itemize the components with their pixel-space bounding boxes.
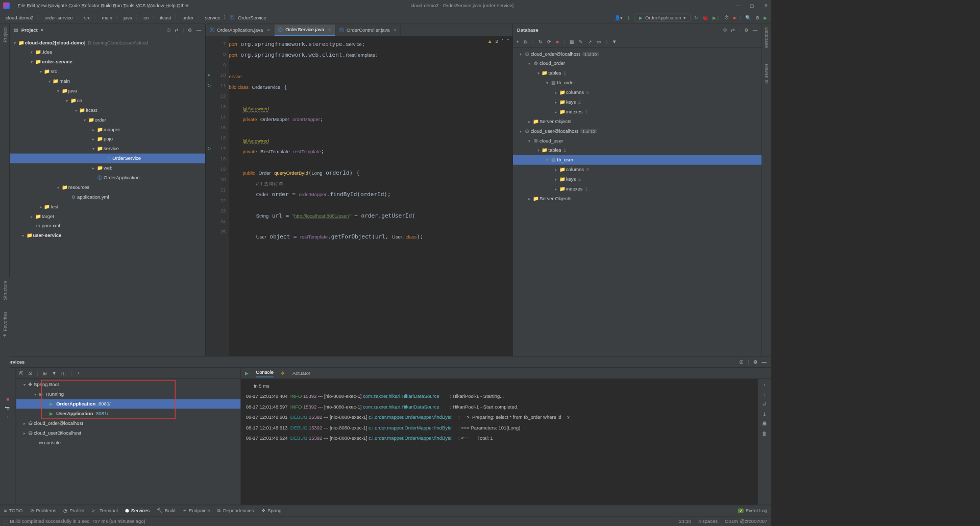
wrap-icon[interactable]: ⏎ [763,401,767,407]
structure-tool-button[interactable]: Structure [2,280,8,300]
locate-icon[interactable]: ⦾ [740,359,744,365]
service-item[interactable]: ▶UserApplication:8081/ [16,409,240,418]
tree-item[interactable]: mpom.xml [10,221,205,231]
tree-item[interactable]: ▾📁order-service [10,57,205,67]
duplicate-icon[interactable]: ⧉ [524,39,527,44]
service-item[interactable]: ▸⛁cloud_user@localhost [16,428,240,438]
menu-build[interactable]: Build [101,3,112,8]
expand-all-icon[interactable]: ⇱ [19,370,23,376]
bottom-tab-terminal[interactable]: >_Terminal [92,508,117,513]
inspection-status[interactable]: ▲2˄˅ [487,39,509,44]
gear-icon[interactable]: ⚙ [744,27,749,33]
close-tab-icon[interactable]: × [328,27,331,33]
hide-icon[interactable]: — [197,27,201,33]
bottom-tab-services[interactable]: ⬢Services [125,508,150,513]
locate-icon[interactable]: ⦾ [723,27,727,33]
table-icon[interactable]: ▦ [570,39,574,44]
db-tree-item[interactable]: ▾⛁cloud_user@localhost1 of 15 [513,126,762,136]
bottom-tab-dependencies[interactable]: ⧉Dependencies [217,508,254,513]
db-tree-item[interactable]: ▸📁Server Objects [513,116,762,126]
tree-item[interactable]: ⒸOrderService [10,154,205,163]
tree-item[interactable]: ▾📁src [10,67,205,77]
profile-icon[interactable]: ⏱ [724,15,729,20]
stop-icon[interactable]: ■ [6,397,9,402]
menu-refactor[interactable]: Refactor [82,3,100,8]
editor-tabs[interactable]: ⒸOrderApplication.java×ⒸOrderService.jav… [206,24,512,36]
bottom-tab-spring[interactable]: ❖Spring [261,508,282,513]
db-tree-item[interactable]: ▾📁tables1 [513,146,762,155]
tree-item[interactable]: ▾📁service [10,144,205,154]
refresh-icon[interactable]: ↻ [538,39,543,44]
close-tab-icon[interactable]: × [267,28,270,33]
menu-vcs[interactable]: VCS [136,3,145,8]
tree-item[interactable]: ▸📁test [10,202,205,211]
hide-icon[interactable]: — [762,359,766,365]
db-tree-item[interactable]: ▸📁indexes1 [513,107,762,116]
database-tool-button[interactable]: Database [764,28,769,48]
services-output-tabs[interactable]: ▶Console ❖Actuator [241,368,771,379]
maven-tool-button[interactable]: Maven m [764,64,769,84]
services-tree[interactable]: ▾❖Spring Boot▾▶Running▶OrderApplication:… [16,379,240,505]
db-tree-item[interactable]: ▾⛃cloud_user [513,136,762,146]
db-tree-item[interactable]: ▸📁columns5 [513,88,762,98]
menu-other[interactable]: Other [177,3,189,8]
editor-tab[interactable]: ⒸOrderApplication.java× [206,25,274,36]
project-toggle-icon[interactable]: ▤ [14,27,18,33]
edit-icon[interactable]: ✎ [579,39,583,44]
editor-tab[interactable]: ⒸOrderController.java× [335,25,401,36]
tree-item[interactable]: ▸📁mapper [10,125,205,134]
database-tree[interactable]: ▾⛁cloud_order@localhost1 of 15▾⛃cloud_or… [513,47,762,356]
menu-tools[interactable]: Tools [123,3,134,8]
breadcrumb[interactable]: cloud-demo2〉order-service〉src〉main〉java〉… [4,14,268,21]
tree-item[interactable]: ▾📁main [10,77,205,86]
bottom-tab-endpoints[interactable]: ⚭Endpoints [183,508,210,513]
run-anything-icon[interactable]: ▶ [764,15,767,20]
menu-view[interactable]: View [36,3,46,8]
layout-icon[interactable]: ◫ [61,370,66,376]
tree-item[interactable]: ▸📁web [10,163,205,173]
settings-icon[interactable]: ⚙ [755,15,760,20]
filter-icon[interactable]: ▼ [612,39,617,44]
db-tree-item[interactable]: ▾⛃cloud_order [513,59,762,68]
add-icon[interactable]: + [7,414,10,420]
console-output[interactable]: in 5 ms08-17 12:01:48:484 INFO 15392 ---… [241,379,757,505]
jump-icon[interactable]: ↗ [588,39,592,44]
coverage-icon[interactable]: ▶❘ [713,15,720,20]
maximize-icon[interactable]: ▢ [750,3,754,8]
bottom-tab-build[interactable]: 🔨Build [157,508,176,513]
service-item[interactable]: ▶OrderApplication:8080/ [16,399,240,409]
menu-run[interactable]: Run [113,3,121,8]
close-icon[interactable]: ✕ [764,3,768,8]
bottom-tab-todo[interactable]: ≡TODO [4,508,23,513]
tree-item[interactable]: ▾📁resources [10,182,205,192]
menu-edit[interactable]: Edit [27,3,35,8]
search-icon[interactable]: 🔍 [745,15,751,20]
clear-icon[interactable]: 🗑 [762,431,767,436]
filter-icon[interactable]: ▼ [52,370,57,376]
db-tree-item[interactable]: ▸📁keys2 [513,175,762,184]
user-icon[interactable]: 👤▾ [615,15,623,20]
stop-icon[interactable]: ■ [733,15,736,20]
add-service-icon[interactable]: + [77,370,80,376]
print-icon[interactable]: 🖶 [762,421,767,426]
menu-code[interactable]: Code [68,3,80,8]
service-item[interactable]: ▭console [16,438,240,447]
indent-info[interactable]: 4 spaces [698,518,718,524]
stop-icon[interactable]: ■ [556,39,559,44]
menu-window[interactable]: Window [147,3,164,8]
down-icon[interactable]: ↓ [764,392,766,397]
menu-navigate[interactable]: Navigate [48,3,67,8]
editor-tab[interactable]: ⒸOrderService.java× [274,25,335,36]
group-icon[interactable]: ⊞ [43,370,47,376]
tree-item[interactable]: ▾📁java [10,86,205,95]
project-tool-button[interactable]: Project [2,28,8,42]
run-config-selector[interactable]: ▶OrderApplication▾ [635,13,691,21]
console-icon[interactable]: ▭ [597,39,601,44]
close-tab-icon[interactable]: × [394,28,397,33]
favorites-tool-button[interactable]: ★ Favorites [2,312,8,338]
gear-icon[interactable]: ⚙ [188,27,192,33]
add-icon[interactable]: + [516,39,519,44]
debug-icon[interactable]: 🐞 [702,15,708,20]
hide-icon[interactable]: — [753,27,757,33]
db-tree-item[interactable]: ▾▦tb_order [513,78,762,88]
